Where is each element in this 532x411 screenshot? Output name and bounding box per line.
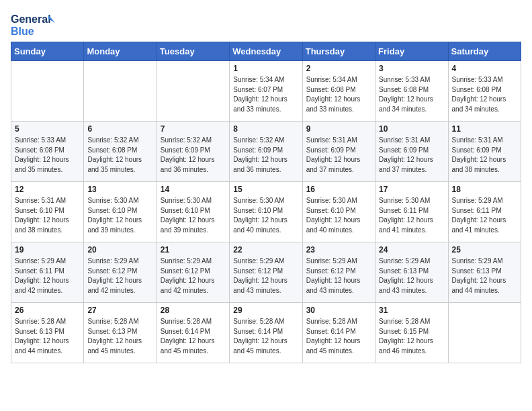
calendar-cell: 23Sunrise: 5:29 AM Sunset: 6:12 PM Dayli… — [302, 242, 375, 303]
day-number: 22 — [233, 245, 298, 255]
calendar-cell: 8Sunrise: 5:32 AM Sunset: 6:09 PM Daylig… — [230, 122, 302, 182]
calendar-cell: 25Sunrise: 5:29 AM Sunset: 6:13 PM Dayli… — [448, 242, 521, 303]
cell-info: Sunrise: 5:34 AM Sunset: 6:07 PM Dayligh… — [233, 75, 298, 114]
calendar-cell: 22Sunrise: 5:29 AM Sunset: 6:12 PM Dayli… — [230, 242, 302, 303]
day-number: 12 — [15, 185, 80, 194]
calendar-cell: 1Sunrise: 5:34 AM Sunset: 6:07 PM Daylig… — [230, 61, 302, 122]
day-number: 10 — [379, 124, 444, 134]
cell-info: Sunrise: 5:29 AM Sunset: 6:11 PM Dayligh… — [15, 257, 80, 295]
day-number: 27 — [87, 306, 152, 315]
col-header-thursday: Thursday — [302, 42, 375, 61]
day-number: 1 — [233, 64, 298, 73]
day-number: 8 — [233, 124, 298, 134]
calendar-cell: 16Sunrise: 5:30 AM Sunset: 6:10 PM Dayli… — [302, 182, 375, 242]
day-number: 19 — [15, 245, 80, 255]
day-number: 30 — [306, 306, 371, 315]
cell-info: Sunrise: 5:30 AM Sunset: 6:11 PM Dayligh… — [379, 196, 444, 235]
day-number: 14 — [161, 185, 226, 194]
col-header-tuesday: Tuesday — [157, 42, 229, 61]
cell-info: Sunrise: 5:34 AM Sunset: 6:08 PM Dayligh… — [306, 75, 371, 114]
week-row-1: 1Sunrise: 5:34 AM Sunset: 6:07 PM Daylig… — [11, 61, 521, 122]
calendar-cell — [157, 61, 229, 122]
day-number: 26 — [15, 306, 80, 315]
calendar-cell: 20Sunrise: 5:29 AM Sunset: 6:12 PM Dayli… — [84, 242, 157, 303]
day-number: 17 — [379, 185, 444, 194]
svg-text:Blue: Blue — [11, 26, 34, 37]
calendar-cell: 26Sunrise: 5:28 AM Sunset: 6:13 PM Dayli… — [11, 303, 84, 363]
calendar-cell: 18Sunrise: 5:29 AM Sunset: 6:11 PM Dayli… — [448, 182, 521, 242]
calendar-cell: 7Sunrise: 5:32 AM Sunset: 6:09 PM Daylig… — [157, 122, 229, 182]
page-header: GeneralBlue — [11, 11, 521, 39]
cell-info: Sunrise: 5:32 AM Sunset: 6:09 PM Dayligh… — [233, 136, 298, 175]
calendar-cell — [448, 303, 521, 363]
day-number: 20 — [87, 245, 152, 255]
day-number: 24 — [379, 245, 444, 255]
day-number: 3 — [379, 64, 444, 73]
cell-info: Sunrise: 5:28 AM Sunset: 6:13 PM Dayligh… — [15, 317, 80, 356]
cell-info: Sunrise: 5:29 AM Sunset: 6:12 PM Dayligh… — [233, 257, 298, 295]
calendar-cell: 11Sunrise: 5:31 AM Sunset: 6:09 PM Dayli… — [448, 122, 521, 182]
col-header-saturday: Saturday — [448, 42, 521, 61]
cell-info: Sunrise: 5:31 AM Sunset: 6:09 PM Dayligh… — [379, 136, 444, 175]
calendar-cell: 24Sunrise: 5:29 AM Sunset: 6:13 PM Dayli… — [375, 242, 448, 303]
calendar-cell: 3Sunrise: 5:33 AM Sunset: 6:08 PM Daylig… — [375, 61, 448, 122]
cell-info: Sunrise: 5:28 AM Sunset: 6:13 PM Dayligh… — [87, 317, 152, 356]
calendar-cell: 29Sunrise: 5:28 AM Sunset: 6:14 PM Dayli… — [230, 303, 302, 363]
cell-info: Sunrise: 5:31 AM Sunset: 6:09 PM Dayligh… — [452, 136, 517, 175]
day-number: 23 — [306, 245, 371, 255]
calendar-cell — [11, 61, 84, 122]
day-number: 15 — [233, 185, 298, 194]
col-header-sunday: Sunday — [11, 42, 84, 61]
cell-info: Sunrise: 5:29 AM Sunset: 6:12 PM Dayligh… — [87, 257, 152, 295]
cell-info: Sunrise: 5:28 AM Sunset: 6:14 PM Dayligh… — [306, 317, 371, 356]
cell-info: Sunrise: 5:30 AM Sunset: 6:10 PM Dayligh… — [161, 196, 226, 235]
calendar-cell: 28Sunrise: 5:28 AM Sunset: 6:14 PM Dayli… — [157, 303, 229, 363]
calendar-header-row: SundayMondayTuesdayWednesdayThursdayFrid… — [11, 42, 521, 61]
day-number: 31 — [379, 306, 444, 315]
calendar-cell: 9Sunrise: 5:31 AM Sunset: 6:09 PM Daylig… — [302, 122, 375, 182]
cell-info: Sunrise: 5:30 AM Sunset: 6:10 PM Dayligh… — [87, 196, 152, 235]
calendar-cell: 4Sunrise: 5:33 AM Sunset: 6:08 PM Daylig… — [448, 61, 521, 122]
calendar-cell: 19Sunrise: 5:29 AM Sunset: 6:11 PM Dayli… — [11, 242, 84, 303]
day-number: 2 — [306, 64, 371, 73]
cell-info: Sunrise: 5:28 AM Sunset: 6:14 PM Dayligh… — [161, 317, 226, 356]
day-number: 4 — [452, 64, 517, 73]
col-header-monday: Monday — [84, 42, 157, 61]
calendar-table: SundayMondayTuesdayWednesdayThursdayFrid… — [11, 42, 521, 363]
cell-info: Sunrise: 5:29 AM Sunset: 6:11 PM Dayligh… — [452, 196, 517, 235]
cell-info: Sunrise: 5:29 AM Sunset: 6:13 PM Dayligh… — [379, 257, 444, 295]
col-header-friday: Friday — [375, 42, 448, 61]
day-number: 25 — [452, 245, 517, 255]
cell-info: Sunrise: 5:31 AM Sunset: 6:10 PM Dayligh… — [15, 196, 80, 235]
calendar-cell — [84, 61, 157, 122]
calendar-cell: 13Sunrise: 5:30 AM Sunset: 6:10 PM Dayli… — [84, 182, 157, 242]
svg-text:General: General — [11, 13, 51, 25]
cell-info: Sunrise: 5:33 AM Sunset: 6:08 PM Dayligh… — [379, 75, 444, 114]
day-number: 28 — [161, 306, 226, 315]
calendar-cell: 15Sunrise: 5:30 AM Sunset: 6:10 PM Dayli… — [230, 182, 302, 242]
calendar-cell: 6Sunrise: 5:32 AM Sunset: 6:08 PM Daylig… — [84, 122, 157, 182]
day-number: 6 — [87, 124, 152, 134]
day-number: 18 — [452, 185, 517, 194]
week-row-4: 19Sunrise: 5:29 AM Sunset: 6:11 PM Dayli… — [11, 242, 521, 303]
calendar-cell: 14Sunrise: 5:30 AM Sunset: 6:10 PM Dayli… — [157, 182, 229, 242]
cell-info: Sunrise: 5:31 AM Sunset: 6:09 PM Dayligh… — [306, 136, 371, 175]
calendar-cell: 31Sunrise: 5:28 AM Sunset: 6:15 PM Dayli… — [375, 303, 448, 363]
day-number: 5 — [15, 124, 80, 134]
cell-info: Sunrise: 5:28 AM Sunset: 6:15 PM Dayligh… — [379, 317, 444, 356]
calendar-cell: 30Sunrise: 5:28 AM Sunset: 6:14 PM Dayli… — [302, 303, 375, 363]
calendar-cell: 2Sunrise: 5:34 AM Sunset: 6:08 PM Daylig… — [302, 61, 375, 122]
col-header-wednesday: Wednesday — [230, 42, 302, 61]
calendar-cell: 12Sunrise: 5:31 AM Sunset: 6:10 PM Dayli… — [11, 182, 84, 242]
day-number: 11 — [452, 124, 517, 134]
day-number: 29 — [233, 306, 298, 315]
day-number: 21 — [161, 245, 226, 255]
week-row-5: 26Sunrise: 5:28 AM Sunset: 6:13 PM Dayli… — [11, 303, 521, 363]
calendar-cell: 21Sunrise: 5:29 AM Sunset: 6:12 PM Dayli… — [157, 242, 229, 303]
cell-info: Sunrise: 5:30 AM Sunset: 6:10 PM Dayligh… — [306, 196, 371, 235]
cell-info: Sunrise: 5:29 AM Sunset: 6:13 PM Dayligh… — [452, 257, 517, 295]
calendar-cell: 5Sunrise: 5:33 AM Sunset: 6:08 PM Daylig… — [11, 122, 84, 182]
calendar-cell: 17Sunrise: 5:30 AM Sunset: 6:11 PM Dayli… — [375, 182, 448, 242]
cell-info: Sunrise: 5:32 AM Sunset: 6:08 PM Dayligh… — [87, 136, 152, 175]
cell-info: Sunrise: 5:32 AM Sunset: 6:09 PM Dayligh… — [161, 136, 226, 175]
